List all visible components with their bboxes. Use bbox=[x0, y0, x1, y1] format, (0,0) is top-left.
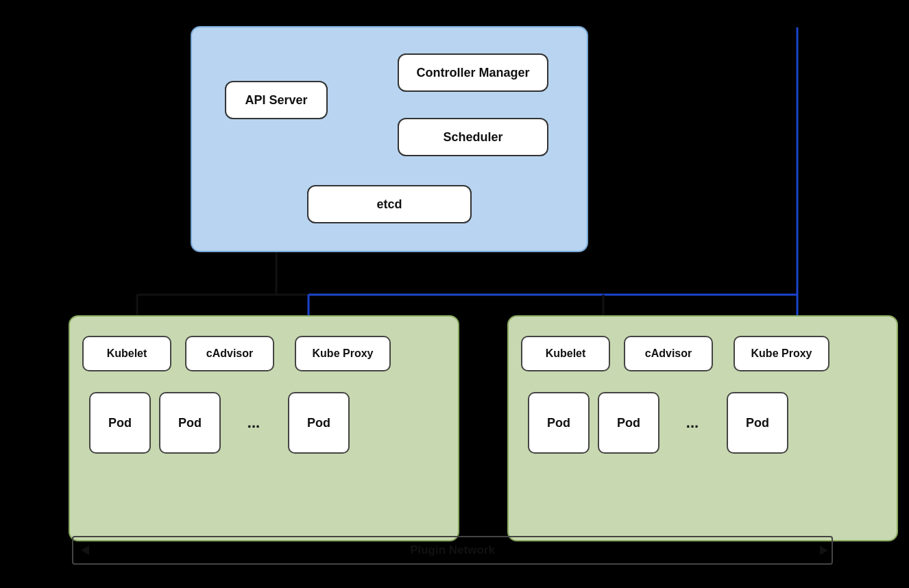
controller-manager-box: Controller Manager bbox=[398, 53, 548, 92]
api-server-box: API Server bbox=[225, 81, 328, 119]
w2-pod3-box: Pod bbox=[727, 392, 788, 454]
w1-kubelet-box: Kubelet bbox=[82, 336, 171, 371]
etcd-box: etcd bbox=[307, 185, 472, 223]
scheduler-label: Scheduler bbox=[443, 130, 502, 145]
api-server-label: API Server bbox=[245, 93, 307, 108]
w2-cadvisor-box: cAdvisor bbox=[624, 336, 713, 371]
w2-dots: ... bbox=[672, 392, 713, 454]
controller-manager-label: Controller Manager bbox=[416, 66, 529, 80]
scheduler-box: Scheduler bbox=[398, 118, 548, 156]
etcd-label: etcd bbox=[376, 197, 402, 212]
w1-dots: ... bbox=[233, 392, 274, 454]
w2-pod1-box: Pod bbox=[528, 392, 590, 454]
w2-pod2-box: Pod bbox=[598, 392, 659, 454]
diagram-container: API Server Controller Manager Scheduler … bbox=[0, 0, 909, 588]
w1-kubeproxy-box: Kube Proxy bbox=[295, 336, 391, 371]
w2-kubelet-box: Kubelet bbox=[521, 336, 610, 371]
w2-kubeproxy-box: Kube Proxy bbox=[734, 336, 829, 371]
plugin-network-label: Plugin Network bbox=[410, 543, 495, 557]
plugin-network-bar: Plugin Network bbox=[72, 536, 833, 565]
w1-pod1-box: Pod bbox=[89, 392, 151, 454]
w1-pod3-box: Pod bbox=[288, 392, 350, 454]
w1-cadvisor-box: cAdvisor bbox=[185, 336, 274, 371]
w1-pod2-box: Pod bbox=[159, 392, 221, 454]
